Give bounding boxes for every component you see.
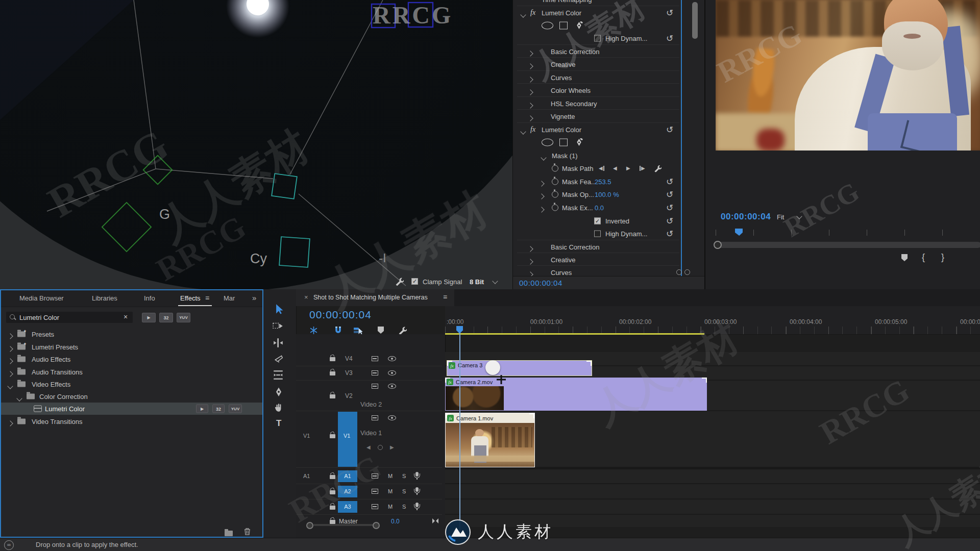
chevron-right-icon[interactable]	[538, 193, 544, 199]
section-basic-correction-2[interactable]: Basic Correction	[513, 240, 684, 254]
lane-a2[interactable]	[445, 484, 980, 499]
solo-button[interactable]: S	[402, 473, 406, 479]
program-scrollbar-track[interactable]	[716, 242, 980, 248]
add-keyframe-icon[interactable]	[378, 445, 383, 450]
trim-handle-icon[interactable]	[529, 413, 534, 418]
track-header-v4[interactable]: V4	[296, 352, 442, 366]
effects-search-box[interactable]: ×	[6, 312, 133, 323]
track-label[interactable]: V2	[345, 392, 353, 399]
rect-mask-icon[interactable]	[559, 139, 568, 146]
32bit-filter-badge[interactable]: 32	[159, 313, 173, 322]
lock-icon[interactable]	[330, 490, 335, 494]
next-keyframe-icon[interactable]: ▶	[390, 445, 394, 450]
timeline-ruler[interactable]: :00:00 00:00:01:00 00:00:02:00 00:00:03:…	[445, 306, 980, 335]
program-scrubber-ticks[interactable]	[716, 230, 980, 236]
trim-handle-icon[interactable]	[447, 361, 452, 366]
section-hsl-secondary[interactable]: HSL Secondary	[513, 97, 684, 110]
clip-camera2[interactable]: fx Camera 2.mov	[445, 378, 707, 411]
selection-tool-active[interactable]	[274, 304, 284, 315]
chevron-down-icon[interactable]	[520, 12, 526, 17]
program-zoom-select[interactable]: Fit	[777, 213, 801, 221]
mixer-bowtie-icon[interactable]	[432, 518, 439, 524]
master-gain-value[interactable]: 0.0	[391, 518, 400, 525]
mark-in-icon[interactable]: {	[922, 252, 925, 263]
chevron-right-icon[interactable]	[7, 371, 13, 377]
chevron-down-icon[interactable]	[16, 395, 22, 401]
inverted-checkbox[interactable]: ✓	[594, 218, 601, 224]
clear-search-icon[interactable]: ×	[124, 313, 128, 321]
a1-target-track-button[interactable]: A1	[338, 470, 357, 482]
track-label[interactable]: V4	[345, 355, 353, 362]
hand-tool[interactable]	[274, 403, 284, 413]
track-zoom-handle[interactable]	[306, 522, 313, 529]
track-visibility-eye-icon[interactable]	[388, 415, 396, 420]
lane-a3[interactable]	[445, 499, 980, 515]
track-visibility-eye-icon[interactable]	[388, 384, 396, 389]
mask-opacity-value[interactable]: 100.0 %	[595, 191, 619, 198]
chevron-right-icon[interactable]	[7, 358, 13, 364]
pen-tool[interactable]	[274, 386, 283, 397]
stopwatch-icon[interactable]	[552, 205, 558, 211]
playhead-line[interactable]	[459, 333, 460, 533]
prev-keyframe-icon[interactable]: ◀	[366, 445, 371, 450]
section-creative-1[interactable]: Creative	[513, 58, 684, 71]
lock-icon[interactable]	[330, 434, 335, 438]
bit-depth-select[interactable]: 8 Bit	[470, 278, 497, 286]
next-keyframe-button[interactable]: ▶	[640, 166, 645, 171]
mask-expansion-value[interactable]: 0.0	[595, 204, 604, 212]
rect-mask-icon[interactable]	[559, 22, 568, 30]
track-visibility-eye-icon[interactable]	[388, 370, 396, 375]
sync-lock-icon[interactable]	[372, 370, 378, 375]
work-area-bar[interactable]	[445, 333, 704, 335]
add-marker-icon[interactable]	[378, 327, 384, 334]
lock-icon[interactable]	[330, 506, 335, 510]
sync-lock-icon[interactable]	[372, 473, 378, 479]
trim-handle-icon[interactable]	[702, 378, 707, 383]
effect-header-lumetri-1[interactable]: fx Lumetri Color ↺	[513, 6, 684, 19]
pen-mask-icon[interactable]	[575, 21, 583, 30]
ellipse-mask-icon[interactable]	[542, 22, 553, 30]
reset-effect-icon[interactable]: ↺	[666, 9, 673, 17]
accelerated-effects-filter-badge[interactable]: ▶	[142, 313, 156, 322]
type-tool[interactable]: T	[276, 418, 281, 429]
nest-toggle-icon[interactable]	[309, 326, 318, 335]
program-timecode[interactable]: 00:00:00:04	[721, 212, 771, 222]
search-input[interactable]	[18, 312, 120, 322]
slip-tool[interactable]	[273, 370, 284, 380]
panel-menu-icon[interactable]: ≡	[205, 294, 209, 302]
reset-effect-icon[interactable]: ↺	[666, 126, 673, 134]
new-custom-bin-icon[interactable]	[225, 531, 233, 536]
ellipse-mask-icon[interactable]	[542, 139, 553, 146]
tab-info[interactable]: Info	[144, 294, 155, 302]
tree-item-audio-effects[interactable]: Audio Effects	[1, 353, 262, 365]
voiceover-mic-icon[interactable]	[415, 487, 419, 492]
track-name[interactable]: Video 1	[360, 430, 382, 437]
scopes-settings-wrench-icon[interactable]	[395, 277, 404, 286]
trim-handle-icon[interactable]	[586, 361, 592, 366]
tab-libraries[interactable]: Libraries	[92, 294, 117, 302]
clamp-signal-checkbox[interactable]: ✓	[411, 278, 418, 285]
step-back-button[interactable]: ◀	[613, 166, 617, 171]
reset-icon[interactable]: ↺	[666, 204, 673, 212]
track-header-v2[interactable]: V2 Video 2	[296, 381, 442, 411]
chevron-down-icon[interactable]	[520, 129, 526, 134]
sync-lock-icon[interactable]	[372, 504, 378, 509]
timeline-settings-wrench-icon[interactable]	[398, 326, 407, 335]
reset-icon[interactable]: ↺	[666, 217, 673, 226]
solo-button[interactable]: S	[402, 504, 406, 510]
program-scrollbar-handle[interactable]	[714, 241, 722, 249]
reset-icon[interactable]: ↺	[666, 178, 673, 186]
track-select-tool[interactable]	[273, 321, 284, 331]
a2-target-track-button[interactable]: A2	[338, 486, 357, 497]
tree-item-lumetri-presets[interactable]: Lumetri Presets	[1, 341, 262, 353]
mask-path-wrench-icon[interactable]	[654, 165, 662, 172]
track-header-a3[interactable]: A3 M S	[296, 500, 442, 515]
chevron-right-icon[interactable]	[7, 333, 13, 339]
close-icon[interactable]: ×	[304, 293, 308, 301]
track-zoom-bar[interactable]	[313, 524, 374, 526]
track-header-v3[interactable]: V3	[296, 366, 442, 381]
stopwatch-icon[interactable]	[552, 165, 558, 172]
track-visibility-eye-icon[interactable]	[388, 356, 396, 361]
chevron-right-icon[interactable]	[538, 207, 544, 212]
reset-icon[interactable]: ↺	[666, 190, 673, 199]
